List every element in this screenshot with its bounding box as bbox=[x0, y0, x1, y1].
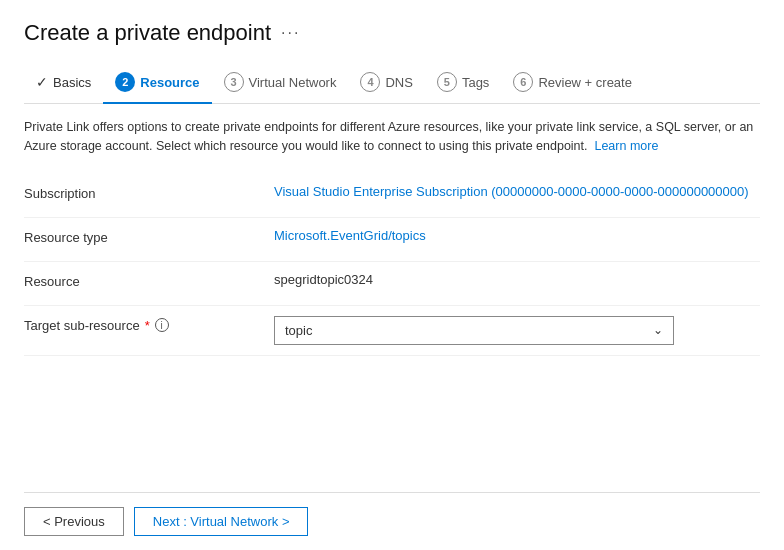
ellipsis-menu-icon[interactable]: ··· bbox=[281, 24, 300, 42]
step-dns-label: DNS bbox=[385, 75, 412, 90]
target-sub-resource-label: Target sub-resource * i bbox=[24, 316, 274, 333]
footer: < Previous Next : Virtual Network > bbox=[24, 492, 760, 550]
step-tags-number: 5 bbox=[437, 72, 457, 92]
next-button[interactable]: Next : Virtual Network > bbox=[134, 507, 309, 536]
resource-type-value: Microsoft.EventGrid/topics bbox=[274, 228, 760, 243]
step-resource-label: Resource bbox=[140, 75, 199, 90]
target-sub-resource-row: Target sub-resource * i topic ⌄ bbox=[24, 306, 760, 356]
resource-value: spegridtopic0324 bbox=[274, 272, 760, 287]
step-basics-label: Basics bbox=[53, 75, 91, 90]
previous-button[interactable]: < Previous bbox=[24, 507, 124, 536]
step-review-create-label: Review + create bbox=[538, 75, 632, 90]
step-dns-number: 4 bbox=[360, 72, 380, 92]
subscription-row: Subscription Visual Studio Enterprise Su… bbox=[24, 174, 760, 218]
resource-label: Resource bbox=[24, 272, 274, 289]
step-virtual-network[interactable]: 3 Virtual Network bbox=[212, 64, 349, 104]
subscription-value: Visual Studio Enterprise Subscription (0… bbox=[274, 184, 760, 199]
resource-type-row: Resource type Microsoft.EventGrid/topics bbox=[24, 218, 760, 262]
step-tags[interactable]: 5 Tags bbox=[425, 64, 501, 104]
resource-type-label: Resource type bbox=[24, 228, 274, 245]
step-dns[interactable]: 4 DNS bbox=[348, 64, 424, 104]
subscription-label: Subscription bbox=[24, 184, 274, 201]
step-tags-label: Tags bbox=[462, 75, 489, 90]
step-resource-number: 2 bbox=[115, 72, 135, 92]
page-title: Create a private endpoint bbox=[24, 20, 271, 46]
step-resource[interactable]: 2 Resource bbox=[103, 64, 211, 104]
step-virtual-network-label: Virtual Network bbox=[249, 75, 337, 90]
step-virtual-network-number: 3 bbox=[224, 72, 244, 92]
checkmark-icon: ✓ bbox=[36, 74, 48, 90]
step-review-create-number: 6 bbox=[513, 72, 533, 92]
resource-form: Subscription Visual Studio Enterprise Su… bbox=[24, 174, 760, 493]
info-tooltip-icon[interactable]: i bbox=[155, 318, 169, 332]
target-sub-resource-dropdown-container: topic ⌄ bbox=[274, 316, 760, 345]
wizard-steps: ✓ Basics 2 Resource 3 Virtual Network 4 … bbox=[24, 64, 760, 104]
info-description: Private Link offers options to create pr… bbox=[24, 118, 760, 156]
chevron-down-icon: ⌄ bbox=[653, 323, 663, 337]
step-basics[interactable]: ✓ Basics bbox=[24, 66, 103, 102]
required-indicator: * bbox=[145, 318, 150, 333]
learn-more-link[interactable]: Learn more bbox=[594, 139, 658, 153]
dropdown-selected-value: topic bbox=[285, 323, 312, 338]
resource-row: Resource spegridtopic0324 bbox=[24, 262, 760, 306]
target-sub-resource-dropdown[interactable]: topic ⌄ bbox=[274, 316, 674, 345]
target-sub-resource-label-text: Target sub-resource bbox=[24, 318, 140, 333]
step-review-create[interactable]: 6 Review + create bbox=[501, 64, 644, 104]
